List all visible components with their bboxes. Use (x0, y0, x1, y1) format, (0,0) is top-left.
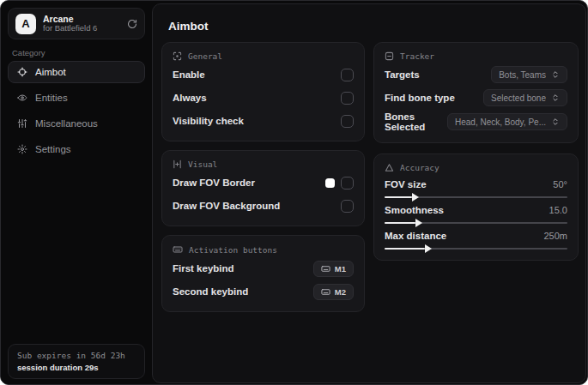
fov-size-slider[interactable] (385, 196, 567, 198)
setting-row: Find bone type Selected bone (385, 88, 567, 107)
subscription-info: Sub expires in 56d 23h session duration … (8, 344, 145, 379)
setting-row: Always (173, 88, 354, 107)
tracker-card: Tracker Targets Bots, Teams Find bone (373, 42, 579, 143)
find-bone-type-dropdown[interactable]: Selected bone (483, 89, 567, 106)
category-label: Category (12, 48, 45, 57)
dropdown-value: Head, Neck, Body, Pe... (455, 117, 546, 127)
card-title: Tracker (400, 51, 434, 61)
setting-row: Visibility check (173, 111, 354, 130)
visual-card: Visual Draw FOV Border Draw FOV Backgrou… (161, 150, 365, 226)
unfold-icon (551, 117, 560, 126)
card-title: General (188, 51, 222, 61)
frame-icon (173, 159, 182, 169)
sidebar-item-aimbot[interactable]: Aimbot (8, 61, 145, 83)
sub-expiry-text: Sub expires in 56d 23h (17, 351, 136, 360)
tracker-icon (385, 51, 394, 61)
slider-value: 50° (553, 179, 567, 189)
unfold-icon (551, 70, 560, 79)
triangle-icon (385, 163, 394, 172)
visibility-check-checkbox[interactable] (341, 115, 354, 128)
setting-label: Bones Selected (385, 111, 447, 132)
setting-row: Draw FOV Border (173, 173, 354, 192)
crosshair-icon (17, 67, 27, 77)
keybind-value: M2 (335, 287, 346, 297)
setting-row: Enable (173, 65, 354, 84)
setting-row: Bones Selected Head, Neck, Body, Pe... (385, 111, 567, 132)
slider-thumb[interactable] (425, 244, 432, 253)
sidebar: A Arcane for Battlefield 6 Category Aimb… (1, 1, 151, 385)
setting-label: Max distance (385, 231, 446, 241)
first-keybind-button[interactable]: M1 (313, 261, 354, 277)
entities-icon (17, 93, 27, 103)
sidebar-item-label: Settings (35, 144, 71, 154)
card-title: Activation buttons (189, 245, 277, 255)
general-card: General Enable Always Visibility check (161, 42, 365, 141)
setting-label: FOV size (385, 179, 427, 189)
keybind-value: M1 (335, 264, 346, 274)
setting-label: First keybind (173, 263, 234, 274)
page-title: Aimbot (168, 20, 209, 33)
app-logo: A (15, 14, 36, 34)
second-keybind-button[interactable]: M2 (313, 284, 354, 300)
app-header: A Arcane for Battlefield 6 (8, 8, 145, 39)
scan-icon (173, 51, 182, 61)
setting-row: Targets Bots, Teams (385, 65, 567, 84)
keyboard-icon (321, 287, 330, 297)
setting-row: Second keybind M2 (173, 282, 354, 301)
setting-label: Smoothness (385, 205, 444, 215)
session-duration-text: session duration 29s (17, 363, 136, 372)
slider-thumb[interactable] (412, 193, 419, 202)
sidebar-nav: Aimbot Entities Miscellaneous (8, 61, 145, 160)
bones-selected-dropdown[interactable]: Head, Neck, Body, Pe... (447, 113, 567, 130)
sidebar-item-label: Miscellaneous (35, 118, 98, 129)
sidebar-item-entities[interactable]: Entities (8, 87, 145, 109)
dropdown-value: Bots, Teams (499, 70, 546, 80)
setting-label: Enable (173, 69, 205, 80)
fov-border-color-swatch[interactable] (325, 178, 335, 188)
keyboard-icon (173, 244, 183, 255)
dropdown-value: Selected bone (491, 93, 546, 103)
setting-label: Draw FOV Border (173, 177, 255, 188)
targets-dropdown[interactable]: Bots, Teams (491, 66, 567, 83)
arcane-window: A Arcane for Battlefield 6 Category Aimb… (0, 0, 588, 385)
sidebar-item-label: Aimbot (35, 67, 66, 77)
refresh-icon[interactable] (127, 19, 137, 29)
accuracy-card: Accuracy FOV size 50° Smoothness 15.0 (373, 153, 579, 261)
setting-row: FOV size 50° (385, 179, 567, 198)
activation-buttons-card: Activation buttons First keybind M1 S (161, 235, 365, 312)
max-distance-slider[interactable] (385, 248, 567, 250)
keyboard-icon (321, 264, 330, 274)
setting-label: Find bone type (385, 93, 455, 103)
setting-row: First keybind M1 (173, 259, 354, 278)
sidebar-item-label: Entities (35, 93, 68, 103)
draw-fov-border-checkbox[interactable] (341, 177, 354, 189)
left-column: General Enable Always Visibility check (161, 42, 365, 312)
sidebar-item-settings[interactable]: Settings (8, 138, 145, 160)
sliders-icon (17, 118, 27, 129)
setting-row: Draw FOV Background (173, 196, 354, 215)
enable-checkbox[interactable] (341, 69, 354, 81)
sidebar-item-miscellaneous[interactable]: Miscellaneous (8, 112, 145, 135)
setting-row: Max distance 250m (385, 231, 567, 250)
gear-icon (17, 144, 27, 154)
slider-thumb[interactable] (415, 219, 422, 227)
right-column: Tracker Targets Bots, Teams Find bone (373, 42, 579, 261)
slider-value: 250m (543, 231, 567, 241)
unfold-icon (551, 93, 560, 102)
main-panel: Aimbot General Enable Always (152, 3, 586, 383)
draw-fov-background-checkbox[interactable] (341, 200, 354, 213)
setting-label: Targets (385, 69, 420, 80)
card-title: Visual (188, 159, 217, 169)
app-subtitle: for Battlefield 6 (43, 24, 120, 33)
slider-value: 15.0 (549, 205, 567, 215)
setting-label: Second keybind (173, 286, 248, 297)
setting-label: Draw FOV Background (173, 201, 280, 211)
always-checkbox[interactable] (341, 92, 354, 105)
setting-label: Always (173, 93, 207, 103)
card-title: Accuracy (400, 163, 439, 172)
smoothness-slider[interactable] (385, 222, 567, 224)
setting-row: Smoothness 15.0 (385, 205, 567, 224)
setting-label: Visibility check (173, 116, 244, 126)
